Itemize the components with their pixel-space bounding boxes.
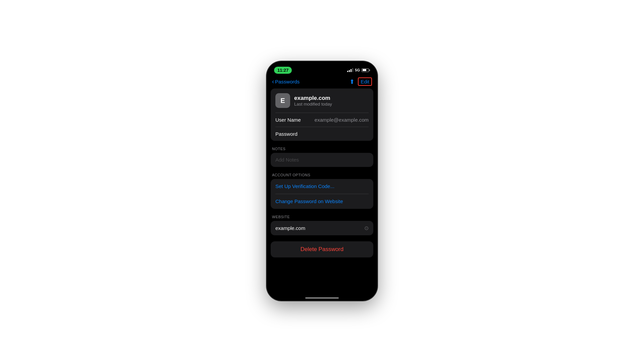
website-section-label: WEBSITE [271, 215, 373, 221]
nav-actions: ⬆ Edit [350, 77, 372, 86]
username-row[interactable]: User Name example@example.com [271, 113, 373, 127]
username-value: example@example.com [315, 117, 369, 123]
site-header: E example.com Last modified today [271, 88, 373, 113]
phone-frame: 11:27 5G ‹ Passwords ⬆ Edit [267, 61, 377, 301]
status-icons: 5G [347, 68, 370, 72]
account-options-card: Set Up Verification Code... Change Passw… [271, 179, 373, 209]
site-modified: Last modified today [294, 102, 332, 107]
notes-placeholder: Add Notes [275, 157, 299, 163]
change-password-label: Change Password on Website [275, 198, 343, 204]
setup-verification-option[interactable]: Set Up Verification Code... [271, 179, 373, 194]
external-link-icon: ⊙ [364, 225, 369, 231]
nav-bar: ‹ Passwords ⬆ Edit [267, 76, 377, 88]
delete-password-button[interactable]: Delete Password [271, 241, 373, 257]
delete-label: Delete Password [301, 246, 344, 252]
username-label: User Name [275, 117, 301, 123]
network-label: 5G [355, 68, 360, 72]
edit-button[interactable]: Edit [358, 77, 372, 86]
site-icon: E [275, 93, 290, 108]
password-row[interactable]: Password [271, 127, 373, 141]
signal-icon [347, 68, 353, 72]
home-indicator [305, 297, 339, 299]
share-button[interactable]: ⬆ [350, 78, 355, 85]
notes-section-label: NOTES [271, 147, 373, 153]
main-content: E example.com Last modified today User N… [267, 88, 377, 257]
back-label: Passwords [275, 79, 300, 84]
battery-icon [362, 68, 370, 72]
site-name: example.com [294, 95, 332, 102]
status-bar: 11:27 5G [267, 61, 377, 76]
back-button[interactable]: ‹ Passwords [272, 79, 300, 84]
notes-field[interactable]: Add Notes [271, 153, 373, 167]
back-chevron-icon: ‹ [272, 78, 274, 84]
verification-code-label: Set Up Verification Code... [275, 183, 334, 189]
site-header-card: E example.com Last modified today User N… [271, 88, 373, 141]
site-info: example.com Last modified today [294, 95, 332, 107]
time-display: 11:27 [274, 67, 292, 74]
website-card[interactable]: example.com ⊙ [271, 221, 373, 235]
account-options-label: ACCOUNT OPTIONS [271, 173, 373, 179]
website-url: example.com [275, 225, 305, 231]
change-password-option[interactable]: Change Password on Website [271, 194, 373, 209]
password-label: Password [275, 131, 298, 137]
